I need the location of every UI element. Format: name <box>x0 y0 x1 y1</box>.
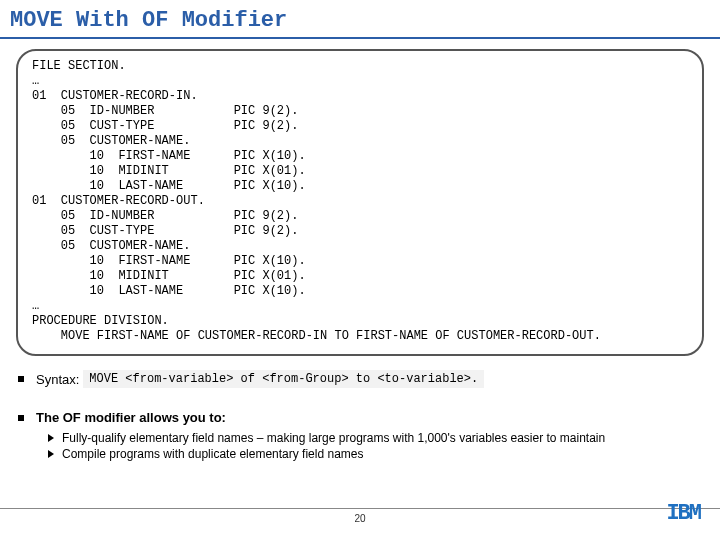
of-heading: The OF modifier allows you to: <box>36 410 226 425</box>
logo-text: IBM <box>666 501 700 526</box>
sub-item-2: Compile programs with duplicate elementa… <box>62 447 363 461</box>
triangle-bullet-icon <box>48 450 54 458</box>
triangle-bullet-icon <box>48 434 54 442</box>
syntax-box: MOVE <from-variable> of <from-Group> to … <box>83 370 484 388</box>
square-bullet-icon <box>18 376 24 382</box>
list-item: Compile programs with duplicate elementa… <box>18 447 702 461</box>
syntax-label: Syntax: <box>36 372 79 387</box>
syntax-row: Syntax: MOVE <from-variable> of <from-Gr… <box>18 370 702 388</box>
list-item: Fully-qualify elementary field names – m… <box>18 431 702 445</box>
of-heading-row: The OF modifier allows you to: <box>18 410 702 425</box>
page-title: MOVE With OF Modifier <box>0 0 720 39</box>
page-number: 20 <box>0 513 720 524</box>
content-area: Syntax: MOVE <from-variable> of <from-Gr… <box>0 362 720 461</box>
ibm-logo: IBM <box>666 501 700 526</box>
sub-list: Fully-qualify elementary field names – m… <box>18 431 702 461</box>
square-bullet-icon <box>18 415 24 421</box>
footer: 20 IBM <box>0 508 720 524</box>
sub-item-1: Fully-qualify elementary field names – m… <box>62 431 605 445</box>
code-panel: FILE SECTION. … 01 CUSTOMER-RECORD-IN. 0… <box>16 49 704 356</box>
